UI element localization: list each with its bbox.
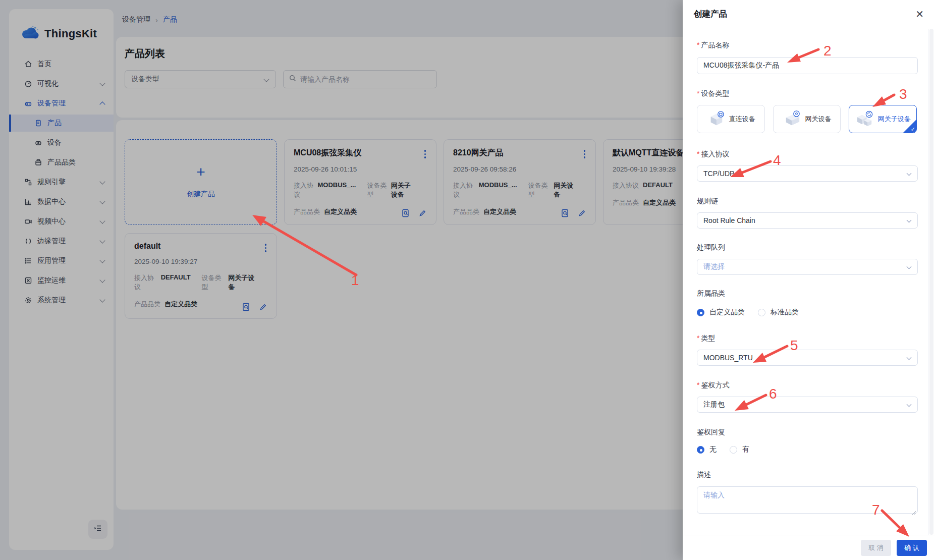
device-type-option-gateway[interactable]: 网关设备 xyxy=(773,105,841,133)
confirm-button[interactable]: 确 认 xyxy=(897,540,927,556)
category-label: 所属品类 xyxy=(697,289,917,299)
radio-standard-category[interactable]: 标准品类 xyxy=(758,308,799,317)
queue-label: 处理队列 xyxy=(697,243,917,253)
close-icon[interactable]: ✕ xyxy=(915,9,924,19)
description-label: 描述 xyxy=(697,470,917,480)
auth-label: 鉴权方式 xyxy=(697,381,917,391)
radio-custom-category[interactable]: 自定义品类 xyxy=(697,308,745,317)
check-icon: ✓ xyxy=(911,126,915,133)
drawer-scrollbar[interactable] xyxy=(929,29,933,535)
queue-select[interactable]: 请选择 xyxy=(697,259,918,275)
radio-dot xyxy=(697,309,704,316)
rule-chain-select[interactable]: Root Rule Chain xyxy=(697,212,918,229)
radio-dot xyxy=(697,446,704,454)
chevron-down-icon xyxy=(907,402,912,407)
radio-auth-reply-none[interactable]: 无 xyxy=(697,445,717,454)
drawer-form: 产品名称 设备类型 直连设备 xyxy=(685,29,928,535)
chevron-down-icon xyxy=(907,218,912,223)
device-type-option-direct[interactable]: 直连设备 xyxy=(697,105,765,133)
app-root: ThingsKit 首页 可视化 设备管理 xyxy=(0,0,935,560)
device-type-label: 设备类型 xyxy=(697,89,917,99)
drawer-title: 创建产品 xyxy=(694,9,727,20)
chevron-down-icon xyxy=(907,171,912,176)
description-textarea[interactable] xyxy=(697,486,918,514)
radio-dot xyxy=(730,446,737,454)
product-name-input[interactable] xyxy=(697,57,918,74)
chevron-down-icon xyxy=(907,355,912,360)
auth-reply-label: 鉴权回复 xyxy=(697,428,917,438)
protocol-select[interactable]: TCP/UDP xyxy=(697,165,918,182)
protocol-label: 接入协议 xyxy=(697,150,917,160)
device-type-options: 直连设备 网关设备 xyxy=(697,105,917,133)
create-product-drawer: 创建产品 ✕ 产品名称 设备类型 xyxy=(683,0,935,560)
device-type-option-gateway-sub[interactable]: 网关子设备 ✓ xyxy=(849,105,917,133)
cancel-button[interactable]: 取 消 xyxy=(861,540,891,556)
radio-auth-reply-yes[interactable]: 有 xyxy=(730,445,749,454)
chevron-down-icon xyxy=(907,264,912,269)
drawer-footer: 取 消 确 认 xyxy=(683,535,935,560)
gateway-device-icon xyxy=(783,110,802,129)
type-label: 类型 xyxy=(697,334,917,344)
type-select[interactable]: MODBUS_RTU xyxy=(697,350,918,366)
rule-chain-label: 规则链 xyxy=(697,197,917,207)
radio-dot xyxy=(758,309,765,316)
gateway-sub-device-icon xyxy=(855,110,874,129)
category-radio-group: 自定义品类 标准品类 xyxy=(697,307,917,318)
drawer-header: 创建产品 ✕ xyxy=(683,0,935,28)
product-name-label: 产品名称 xyxy=(697,41,917,51)
auth-reply-radio-group: 无 有 xyxy=(697,444,917,455)
direct-device-icon xyxy=(706,110,726,129)
auth-select[interactable]: 注册包 xyxy=(697,397,918,413)
